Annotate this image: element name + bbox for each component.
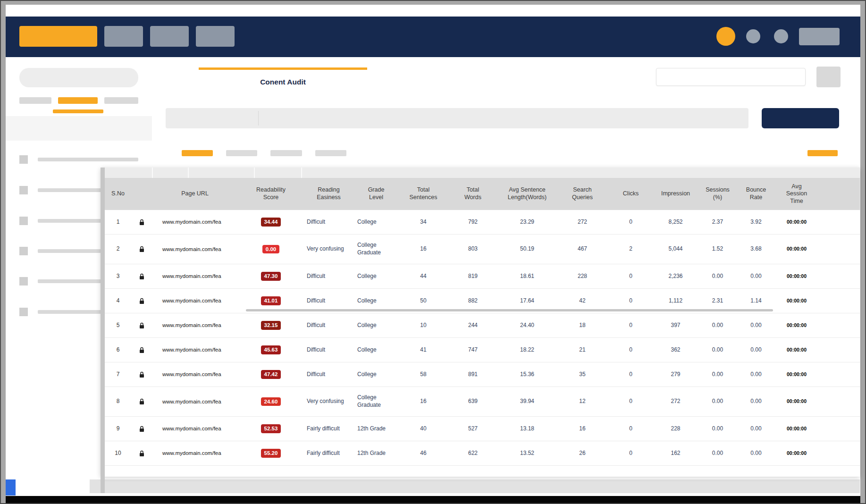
filter-tab-4[interactable] (315, 150, 346, 156)
cell-page-url[interactable]: www.mydomain.com/fea (152, 371, 238, 378)
profile-placeholder[interactable] (799, 28, 840, 45)
readability-score-badge: 32.15 (261, 321, 281, 330)
sidebar-tab-placeholder-3[interactable] (104, 97, 138, 104)
cell-bounce-rate: 3.92 (737, 218, 775, 226)
notification-icon[interactable] (746, 29, 760, 43)
cell-search-queries: 16 (556, 425, 608, 433)
filter-tab-3[interactable] (270, 150, 302, 156)
cell-sno: 1 (105, 218, 131, 226)
logo-placeholder[interactable] (19, 26, 97, 47)
table-row[interactable]: 7 www.mydomain.com/fea 47.42 Difficult C… (105, 362, 860, 387)
cell-impression: 397 (653, 322, 698, 329)
cell-page-url[interactable]: www.mydomain.com/fea (152, 346, 238, 353)
cell-avg-session-time: 00:00:00 (775, 322, 818, 329)
col-sessions: Sessions (%) (698, 186, 737, 201)
readability-score-badge: 0.00 (262, 245, 279, 254)
cell-grade-level: College (353, 218, 399, 226)
cell-total-sentences: 44 (399, 273, 448, 280)
col-clicks: Clicks (608, 190, 653, 198)
search-submit-button[interactable] (762, 108, 839, 128)
col-avg-sentence-length: Avg Sentence Length(Words) (498, 186, 556, 201)
cell-reading-easiness: Very confusing (304, 398, 353, 405)
sidebar-item-icon (19, 186, 28, 194)
sidebar-item-1[interactable] (38, 158, 138, 161)
cell-page-url[interactable]: www.mydomain.com/fea (152, 425, 238, 432)
cell-reading-easiness: Difficult (304, 218, 353, 226)
cell-page-url[interactable]: www.mydomain.com/fea (152, 450, 238, 457)
horizontal-scrollbar[interactable] (246, 309, 773, 311)
tab-content-audit[interactable]: Conent Audit (199, 67, 367, 94)
table-row[interactable]: 5 www.mydomain.com/fea 32.15 Difficult C… (105, 313, 860, 338)
cell-avg-sentence-length: 15.36 (498, 371, 556, 378)
cell-clicks: 0 (608, 371, 653, 378)
main-search-input[interactable] (166, 108, 748, 128)
cell-page-url[interactable]: www.mydomain.com/fea (152, 398, 238, 405)
sidebar-search-pill[interactable] (19, 68, 138, 87)
readability-score-badge: 45.63 (261, 345, 281, 354)
table-row[interactable]: 9 www.mydomain.com/fea 52.53 Fairly diff… (105, 417, 860, 441)
readability-score-badge: 47.42 (261, 370, 281, 379)
nav-item-placeholder-1[interactable] (104, 26, 143, 47)
cell-page-url[interactable]: www.mydomain.com/fea (152, 322, 238, 329)
cell-sessions: 0.00 (698, 273, 737, 280)
cell-sessions: 0.00 (698, 371, 737, 378)
cell-avg-session-time: 00:00:00 (775, 426, 818, 432)
cell-avg-session-time: 00:00:00 (775, 371, 818, 378)
settings-icon[interactable] (774, 29, 788, 43)
table-row[interactable]: 3 www.mydomain.com/fea 47.30 Difficult C… (105, 264, 860, 289)
cell-avg-sentence-length: 39.94 (498, 398, 556, 405)
cell-sno: 4 (105, 297, 131, 305)
nav-item-placeholder-2[interactable] (150, 26, 189, 47)
col-sno: S.No (105, 190, 131, 198)
cell-bounce-rate: 0.00 (737, 273, 775, 280)
filter-tab-active[interactable] (182, 150, 213, 156)
lock-icon (131, 273, 152, 280)
cell-page-url[interactable]: www.mydomain.com/fea (152, 218, 238, 226)
sidebar-active-underline (53, 109, 103, 113)
cell-clicks: 0 (608, 450, 653, 457)
table-row[interactable]: 6 www.mydomain.com/fea 45.63 Difficult C… (105, 338, 860, 362)
vertical-scrollbar[interactable] (101, 168, 105, 493)
sidebar-band (6, 116, 152, 141)
cell-total-sentences: 40 (399, 425, 448, 433)
export-link-placeholder[interactable] (807, 150, 838, 156)
bottom-strip (6, 496, 860, 504)
cell-bounce-rate: 0.00 (737, 371, 775, 378)
cell-page-url[interactable]: www.mydomain.com/fea (152, 297, 238, 304)
cell-search-queries: 228 (556, 273, 608, 280)
user-avatar[interactable] (716, 27, 735, 46)
filter-tab-2[interactable] (226, 150, 257, 156)
cell-page-url[interactable]: www.mydomain.com/fea (152, 273, 238, 280)
cell-sessions: 1.52 (698, 245, 737, 253)
table-row[interactable]: 2 www.mydomain.com/fea 0.00 Very confusi… (105, 235, 860, 264)
table-row[interactable]: 8 www.mydomain.com/fea 24.60 Very confus… (105, 387, 860, 417)
nav-item-placeholder-3[interactable] (196, 26, 235, 47)
cell-impression: 162 (653, 450, 698, 457)
lock-icon (131, 298, 152, 304)
cell-impression: 2,236 (653, 273, 698, 280)
sidebar-item-icon (19, 155, 28, 164)
table-row[interactable]: 1 www.mydomain.com/fea 34.44 Difficult C… (105, 210, 860, 235)
footer-bar (90, 479, 860, 493)
lock-icon (131, 347, 152, 353)
cell-page-url[interactable]: www.mydomain.com/fea (152, 246, 238, 253)
cell-avg-session-time: 00:00:00 (775, 298, 818, 304)
topbar-square-button[interactable] (816, 67, 841, 87)
cell-avg-sentence-length: 13.52 (498, 450, 556, 457)
sidebar-tab-placeholder-2[interactable] (58, 97, 98, 104)
footer-accessibility-button[interactable] (6, 479, 16, 496)
cell-total-sentences: 34 (399, 218, 448, 226)
lock-icon (131, 219, 152, 226)
cell-sno: 8 (105, 398, 131, 405)
lock-icon (131, 398, 152, 405)
cell-avg-sentence-length: 24.40 (498, 322, 556, 329)
table-row[interactable]: 10 www.mydomain.com/fea 55.20 Fairly dif… (105, 441, 860, 466)
col-avg-session-time: Avg Session Time (775, 183, 818, 205)
cell-grade-level: College (353, 322, 399, 329)
sidebar-item-icon (19, 217, 28, 225)
cell-clicks: 0 (608, 322, 653, 329)
cell-sessions: 0.00 (698, 322, 737, 329)
topbar-search-input[interactable] (656, 68, 806, 86)
cell-total-words: 244 (448, 322, 498, 329)
sidebar-tab-placeholder-1[interactable] (19, 97, 51, 104)
